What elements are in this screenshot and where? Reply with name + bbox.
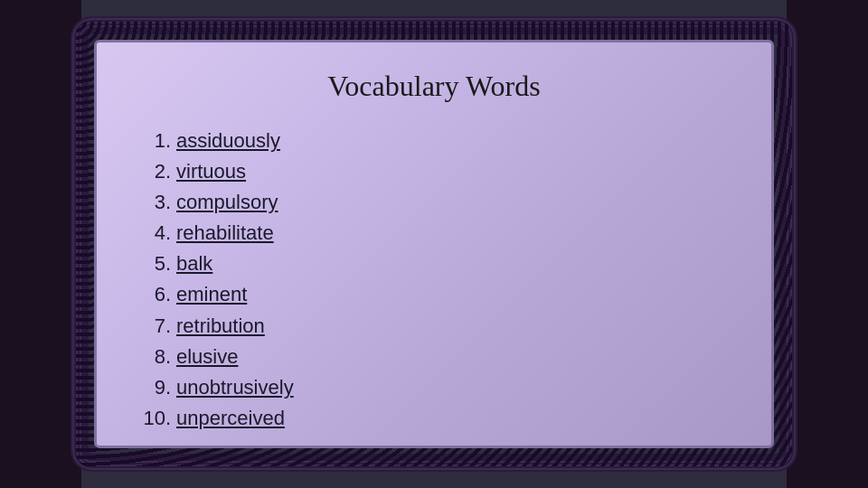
item-word: unperceived xyxy=(176,403,285,434)
item-word: rehabilitate xyxy=(176,218,274,249)
item-word: assiduously xyxy=(176,126,280,156)
item-number: 9. xyxy=(142,372,171,403)
item-word: balk xyxy=(176,249,212,279)
item-number: 7. xyxy=(142,311,171,342)
list-item: 7.retribution xyxy=(142,311,726,342)
list-item: 4.rehabilitate xyxy=(142,218,726,249)
item-word: unobtrusively xyxy=(176,372,294,403)
list-item: 9.unobtrusively xyxy=(142,372,726,403)
list-item: 1.assiduously xyxy=(142,126,726,156)
item-number: 5. xyxy=(142,249,171,279)
item-word: retribution xyxy=(176,311,265,342)
list-item: 2.virtuous xyxy=(142,156,726,187)
item-word: compulsory xyxy=(176,187,278,218)
item-number: 2. xyxy=(142,156,171,187)
vocabulary-list: 1.assiduously2.virtuous3.compulsory4.reh… xyxy=(142,126,726,434)
page-background: Vocabulary Words 1.assiduously2.virtuous… xyxy=(0,0,868,488)
item-number: 4. xyxy=(142,218,171,249)
list-item: 3.compulsory xyxy=(142,187,726,218)
item-number: 10. xyxy=(142,403,171,434)
dark-left-panel xyxy=(0,0,81,488)
item-word: eminent xyxy=(176,279,247,310)
dark-right-panel xyxy=(787,0,868,488)
card-title: Vocabulary Words xyxy=(142,70,726,103)
list-item: 6.eminent xyxy=(142,279,726,310)
item-number: 3. xyxy=(142,187,171,218)
item-number: 6. xyxy=(142,279,171,310)
item-number: 8. xyxy=(142,342,171,372)
list-item: 8.elusive xyxy=(142,342,726,372)
list-item: 5.balk xyxy=(142,249,726,279)
vocabulary-card: Vocabulary Words 1.assiduously2.virtuous… xyxy=(94,40,774,448)
item-number: 1. xyxy=(142,126,171,156)
item-word: elusive xyxy=(176,342,238,372)
list-item: 10.unperceived xyxy=(142,403,726,434)
item-word: virtuous xyxy=(176,156,246,187)
card-wrapper: Vocabulary Words 1.assiduously2.virtuous… xyxy=(81,27,787,461)
